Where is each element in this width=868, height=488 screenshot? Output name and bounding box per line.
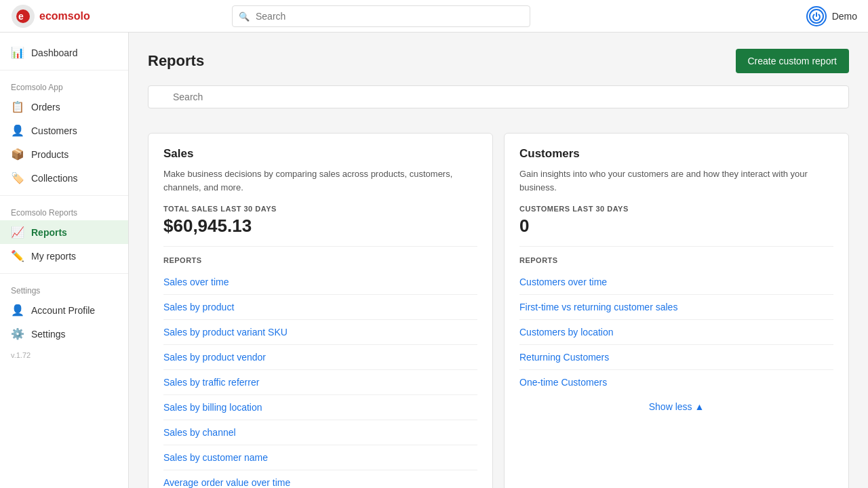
- settings-item-label: Settings: [31, 329, 66, 340]
- sales-stat-value: $60,945.13: [163, 216, 477, 247]
- reports-search-input[interactable]: [148, 85, 849, 108]
- sales-report-link-1[interactable]: Sales by product: [163, 295, 477, 320]
- sidebar-divider-1: [0, 70, 128, 70]
- sidebar-divider-2: [0, 195, 128, 196]
- page-title: Reports: [148, 52, 204, 70]
- topbar-search-wrap: 🔍: [232, 5, 530, 27]
- sidebar-item-my-reports[interactable]: ✏️ My reports: [0, 244, 128, 268]
- sales-reports-label: REPORTS: [163, 256, 477, 264]
- customers-show-toggle[interactable]: Show less ▲: [519, 401, 833, 412]
- sidebar-item-customers[interactable]: 👤 Customers: [0, 119, 128, 142]
- logo-text: ecomsolo: [39, 10, 90, 22]
- my-reports-label: My reports: [31, 251, 76, 262]
- sales-report-link-6[interactable]: Sales by channel: [163, 420, 477, 445]
- customers-label: Customers: [31, 125, 77, 136]
- customers-report-link-4[interactable]: One-time Customers: [519, 370, 833, 394]
- sales-report-link-0[interactable]: Sales over time: [163, 270, 477, 295]
- customers-reports-label: REPORTS: [519, 256, 833, 264]
- dashboard-label: Dashboard: [31, 47, 78, 58]
- sales-report-link-8[interactable]: Average order value over time: [163, 470, 477, 488]
- sidebar: 📊 Dashboard Ecomsolo App 📋 Orders 👤 Cust…: [0, 33, 129, 488]
- customers-stat-value: 0: [519, 216, 833, 247]
- collections-label: Collections: [31, 173, 77, 184]
- user-name: Demo: [832, 11, 857, 22]
- reports-icon: 📈: [11, 226, 24, 239]
- customers-card: Customers Gain insights into who your cu…: [504, 133, 849, 488]
- sales-report-link-7[interactable]: Sales by customer name: [163, 445, 477, 470]
- products-icon: 📦: [11, 148, 24, 161]
- create-custom-report-button[interactable]: Create custom report: [736, 49, 850, 73]
- sales-report-links: Sales over timeSales by productSales by …: [163, 270, 477, 488]
- customers-stat-label: CUSTOMERS LAST 30 DAYS: [519, 205, 833, 213]
- sales-card-title: Sales: [163, 147, 477, 161]
- power-icon: [808, 8, 825, 24]
- reports-label: Reports: [31, 227, 67, 238]
- sales-stat-label: TOTAL SALES LAST 30 DAYS: [163, 205, 477, 213]
- customers-icon: 👤: [11, 124, 24, 137]
- customers-report-link-2[interactable]: Customers by location: [519, 320, 833, 345]
- orders-label: Orders: [31, 102, 60, 113]
- sales-card-desc: Make business decisions by comparing sal…: [163, 167, 477, 194]
- customers-report-link-0[interactable]: Customers over time: [519, 270, 833, 295]
- ecomsolo-app-label: Ecomsolo App: [0, 76, 128, 95]
- sales-card: Sales Make business decisions by compari…: [148, 133, 493, 488]
- topbar-search-icon: 🔍: [239, 11, 250, 21]
- topbar-right: Demo: [806, 6, 857, 26]
- settings-icon: ⚙️: [11, 327, 24, 340]
- logo-icon: e: [11, 4, 35, 28]
- version-text: v.1.72: [0, 346, 128, 365]
- customers-report-links: Customers over timeFirst-time vs returni…: [519, 270, 833, 394]
- my-reports-icon: ✏️: [11, 249, 24, 262]
- main-content: Reports Create custom report 🔍 Sales Mak…: [129, 33, 868, 488]
- sidebar-item-products[interactable]: 📦 Products: [0, 142, 128, 166]
- settings-section-label: Settings: [0, 279, 128, 298]
- account-profile-icon: 👤: [11, 304, 24, 317]
- sidebar-item-dashboard[interactable]: 📊 Dashboard: [0, 41, 128, 64]
- sales-report-link-3[interactable]: Sales by product vendor: [163, 345, 477, 370]
- sidebar-item-reports[interactable]: 📈 Reports: [0, 220, 128, 244]
- sidebar-item-collections[interactable]: 🏷️ Collections: [0, 166, 128, 190]
- products-label: Products: [31, 149, 68, 160]
- layout: 📊 Dashboard Ecomsolo App 📋 Orders 👤 Cust…: [0, 33, 868, 488]
- dashboard-icon: 📊: [11, 46, 24, 59]
- sales-report-link-4[interactable]: Sales by traffic referrer: [163, 370, 477, 395]
- page-header: Reports Create custom report: [148, 49, 849, 73]
- logo: e ecomsolo: [11, 4, 90, 28]
- sidebar-item-orders[interactable]: 📋 Orders: [0, 95, 128, 119]
- svg-text:e: e: [18, 11, 24, 22]
- sales-report-link-5[interactable]: Sales by billing location: [163, 395, 477, 420]
- sidebar-divider-3: [0, 273, 128, 274]
- collections-icon: 🏷️: [11, 171, 24, 184]
- customers-card-title: Customers: [519, 147, 833, 161]
- topbar: e ecomsolo 🔍 Demo: [0, 0, 868, 33]
- reports-search-wrap: 🔍: [148, 85, 849, 121]
- customers-card-desc: Gain insights into who your customers ar…: [519, 167, 833, 194]
- ecomsolo-reports-label: Ecomsolo Reports: [0, 201, 128, 220]
- cards-grid: Sales Make business decisions by compari…: [148, 133, 849, 488]
- sidebar-item-settings[interactable]: ⚙️ Settings: [0, 322, 128, 346]
- topbar-search-input[interactable]: [232, 5, 530, 27]
- orders-icon: 📋: [11, 100, 24, 113]
- sidebar-item-account-profile[interactable]: 👤 Account Profile: [0, 298, 128, 322]
- account-profile-label: Account Profile: [31, 305, 95, 316]
- customers-report-link-1[interactable]: First-time vs returning customer sales: [519, 295, 833, 320]
- sales-report-link-2[interactable]: Sales by product variant SKU: [163, 320, 477, 345]
- customers-report-link-3[interactable]: Returning Customers: [519, 345, 833, 370]
- user-avatar: [806, 6, 827, 26]
